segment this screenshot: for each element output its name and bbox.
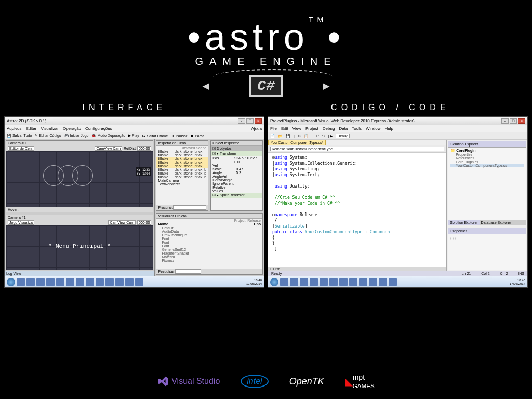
tree-item[interactable]: Font (156, 237, 262, 241)
tree-item[interactable]: Pixmap (156, 259, 262, 262)
type-dropdown[interactable]: Release.YourCustomComponentType (270, 147, 444, 151)
scene-item[interactable]: tillable___dark_stone_brick_b (156, 175, 208, 179)
taskbar-clock[interactable]: 18:4017/06/2014 (246, 278, 262, 286)
tb-open-icon[interactable]: 📂 (278, 134, 283, 138)
start-button[interactable] (270, 278, 278, 286)
insp-row[interactable]: IgnoreParent (211, 182, 262, 185)
menu-view[interactable]: View (292, 126, 301, 131)
insp-row[interactable]: Angle0.2 (211, 171, 262, 175)
menu-operacao[interactable]: Operação (63, 126, 81, 131)
cam1-refdist-val[interactable]: 500.00 (137, 220, 151, 225)
tree-item[interactable]: Material (156, 255, 262, 259)
tb-pause[interactable]: ⏸ Pausar (171, 134, 187, 138)
tree-item[interactable]: AudioData (156, 230, 262, 233)
taskbar-app-icon[interactable] (17, 278, 25, 286)
scene-item[interactable]: MainCamera (156, 179, 208, 182)
scene-item[interactable]: tillable___dark_stone_brick_b (156, 171, 208, 175)
taskbar-clock[interactable]: 18:4017/06/2014 (510, 278, 525, 286)
config-dropdown[interactable]: Debug (336, 134, 350, 138)
tree-item[interactable]: Default (156, 226, 262, 230)
tb-save-icon[interactable]: 💾 (286, 134, 290, 138)
tb-cut-icon[interactable]: ✂ (298, 134, 301, 138)
cam0-refdist-val[interactable]: 500.00 (137, 146, 151, 151)
taskbar-app-icon[interactable] (115, 278, 124, 286)
taskbar-app-icon[interactable] (26, 278, 35, 286)
taskbar-app-icon[interactable] (389, 278, 397, 286)
insp-row[interactable]: Vel (211, 164, 262, 167)
taskbar-app-icon[interactable] (86, 278, 94, 286)
cam1-viewport[interactable]: * Menu Principal * (6, 225, 153, 270)
menu-data[interactable]: Data (339, 126, 348, 131)
taskbar-app-icon[interactable] (56, 278, 64, 286)
tab-database[interactable]: Database Explorer (480, 220, 513, 225)
taskbar-app-icon[interactable] (96, 278, 104, 286)
tb-debug[interactable]: 🐞 Modo Depuração (91, 134, 125, 138)
menu-aquivos[interactable]: Aquivos (7, 126, 21, 131)
taskbar-app-icon[interactable] (135, 278, 143, 286)
cam1-jogo-dd[interactable]: Jogo Visualiza (8, 220, 34, 225)
cam0-view-dd[interactable]: CamView Cam (95, 146, 122, 151)
tb-copy-icon[interactable]: 📋 (304, 134, 309, 138)
scene-item[interactable]: tillable___dark_stone_brick (156, 153, 208, 157)
tb-play[interactable]: ▶ Play (128, 134, 139, 138)
sprite-section[interactable]: ☑ ▸ SpriteRenderer (211, 193, 262, 198)
taskbar-app-icon[interactable] (339, 278, 348, 286)
tree-item[interactable]: Font (156, 241, 262, 244)
taskbar-app-icon[interactable] (320, 278, 328, 286)
maximize-button[interactable]: □ (510, 118, 517, 124)
tree-item[interactable]: DrawTechnique (156, 233, 262, 237)
minimize-button[interactable]: - (501, 118, 509, 124)
tb-iniciar[interactable]: 🎮 Iniciar Jogo (64, 134, 89, 138)
menu-config[interactable]: Configurações (85, 126, 112, 131)
sol-item[interactable]: CorePlugin.cs (450, 160, 524, 164)
scene-search-input[interactable] (173, 205, 206, 210)
taskbar-app-icon[interactable] (76, 278, 84, 286)
vs-taskbar[interactable]: 18:4017/06/2014 (268, 276, 527, 287)
cam0-editor-dd[interactable]: Editor de Cen. (8, 146, 34, 151)
menu-debug[interactable]: Debug (323, 126, 335, 131)
logview-tab[interactable]: Log View (6, 272, 21, 275)
taskbar-app-icon[interactable] (329, 278, 338, 286)
scene-item[interactable]: tillable___dark_stone_brick (156, 157, 208, 161)
sol-item[interactable]: Properties (450, 153, 524, 156)
insp-row[interactable]: AngleVel (211, 175, 262, 178)
sol-item[interactable]: YourCustomComponentType.cs (450, 164, 524, 167)
taskbar-app-icon[interactable] (379, 278, 387, 286)
taskbar-app-icon[interactable] (36, 278, 45, 286)
taskbar-app-icon[interactable] (349, 278, 357, 286)
tree-item[interactable]: FragmentShader (156, 251, 262, 255)
menu-edit[interactable]: Edit (281, 126, 288, 131)
zoom-level[interactable]: 100 % (270, 267, 280, 271)
taskbar-app-icon[interactable] (290, 278, 298, 286)
code-editor[interactable]: ⊟using System; │using System.Collections… (268, 153, 446, 267)
taskbar-app-icon[interactable] (310, 278, 318, 286)
insp-row[interactable]: Relative values (211, 185, 262, 193)
tb-new-icon[interactable]: 📄 (270, 134, 275, 138)
scene-item[interactable]: TextRenderer (156, 182, 208, 186)
taskbar-app-icon[interactable] (300, 278, 308, 286)
insp-row[interactable]: DeriveAngle (211, 178, 262, 182)
menu-visualizar[interactable]: Visualizar (41, 126, 59, 131)
tb-redo-icon[interactable]: ↷ (322, 134, 325, 138)
astro-taskbar[interactable]: 18:4017/06/2014 (5, 276, 264, 287)
menu-project[interactable]: Project (305, 126, 318, 131)
taskbar-app-icon[interactable] (369, 278, 377, 286)
tb-step[interactable]: ⏭ Saltar Frame (142, 134, 168, 138)
tb-salvar[interactable]: 💾 Salvar Tudo (7, 134, 32, 138)
scene-list[interactable]: tillable___dark_stone_brick tillable___d… (156, 150, 208, 205)
menu-help[interactable]: Help (384, 126, 393, 131)
close-button[interactable]: × (518, 118, 525, 124)
tab-solution[interactable]: Solution Explorer (448, 220, 479, 225)
taskbar-app-icon[interactable] (359, 278, 367, 286)
tree-item[interactable]: Font (156, 244, 262, 248)
sol-root[interactable]: 📁 CorePlugin (450, 149, 524, 153)
project-tree[interactable]: Default AudioData DrawTechnique Font Fon… (156, 226, 262, 269)
maximize-button[interactable]: □ (246, 118, 254, 124)
tb-stop[interactable]: ⏹ Parar (190, 134, 204, 138)
minimize-button[interactable]: - (238, 118, 245, 124)
scene-item[interactable]: tillable___dark_stone_brick (156, 161, 208, 164)
taskbar-app-icon[interactable] (66, 278, 74, 286)
menu-file[interactable]: File (270, 126, 277, 131)
taskbar-app-icon[interactable] (280, 278, 288, 286)
tb-editar-codigo[interactable]: ✎ Editar Código (35, 134, 61, 138)
